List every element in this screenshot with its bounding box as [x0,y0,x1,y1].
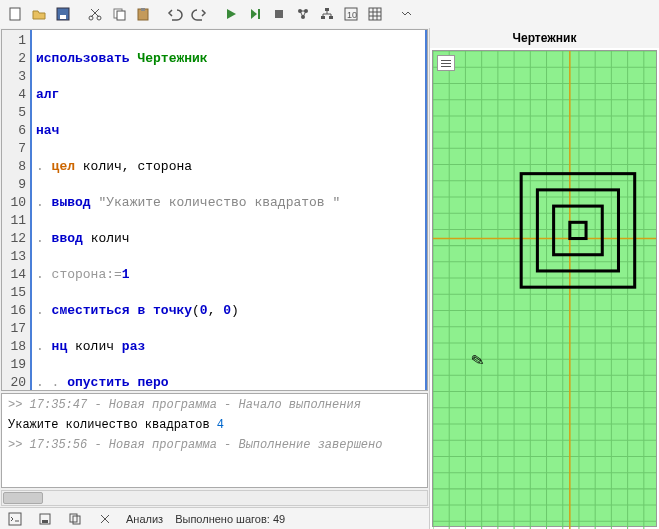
save-icon[interactable] [52,3,74,25]
run-icon[interactable] [220,3,242,25]
canvas-title: Чертежник [430,28,659,48]
status-analysis: Анализ [126,513,163,525]
save-status-icon[interactable] [36,510,54,528]
more-icon[interactable] [396,3,418,25]
svg-rect-9 [258,9,260,19]
svg-rect-22 [42,520,48,523]
redo-icon[interactable] [188,3,210,25]
console-line: >> 17:35:47 - Новая программа - Начало в… [8,398,421,412]
code-area[interactable]: использовать Чертежник алг нач . цел кол… [30,30,427,390]
copy-icon[interactable] [108,3,130,25]
new-icon[interactable] [4,3,26,25]
console-line: Укажите количество квадратов 4 [8,418,421,432]
code-editor[interactable]: 1234567891011121314151617181920212223 ис… [1,29,428,391]
kw-use: использовать [36,51,137,66]
main-toolbar: 10 [0,0,659,28]
stop-icon[interactable] [268,3,290,25]
svg-rect-16 [329,16,333,19]
horizontal-scrollbar[interactable] [1,490,428,506]
console-output[interactable]: >> 17:35:47 - Новая программа - Начало в… [1,393,428,488]
svg-rect-19 [369,8,381,20]
status-bar: Анализ Выполнено шагов: 49 [0,507,429,529]
grid-svg [433,51,656,529]
copy-status-icon[interactable] [66,510,84,528]
console-line: >> 17:35:56 - Новая программа - Выполнен… [8,438,421,452]
open-icon[interactable] [28,3,50,25]
drawing-canvas[interactable]: ✎ [432,50,657,527]
grid-icon[interactable]: 10 [340,3,362,25]
svg-rect-73 [537,190,618,271]
step-icon[interactable] [244,3,266,25]
svg-rect-15 [321,16,325,19]
terminal-icon[interactable] [6,510,24,528]
table-icon[interactable] [364,3,386,25]
canvas-menu-icon[interactable] [437,55,455,71]
module-name: Чертежник [137,51,207,66]
status-steps: Выполнено шагов: 49 [175,513,285,525]
svg-rect-0 [10,8,20,20]
svg-rect-8 [141,8,145,11]
svg-rect-71 [570,222,586,238]
svg-text:10: 10 [347,10,357,20]
svg-rect-2 [60,15,66,19]
clear-icon[interactable] [96,510,114,528]
kw-alg: алг [36,87,59,102]
cut-icon[interactable] [84,3,106,25]
svg-rect-20 [9,513,21,525]
undo-icon[interactable] [164,3,186,25]
kw-begin: нач [36,123,59,138]
compile-icon[interactable] [292,3,314,25]
svg-rect-10 [275,10,283,18]
structure-icon[interactable] [316,3,338,25]
line-gutter: 1234567891011121314151617181920212223 [2,30,30,390]
svg-rect-6 [117,11,125,20]
paste-icon[interactable] [132,3,154,25]
scroll-thumb[interactable] [3,492,43,504]
svg-rect-14 [325,8,329,11]
